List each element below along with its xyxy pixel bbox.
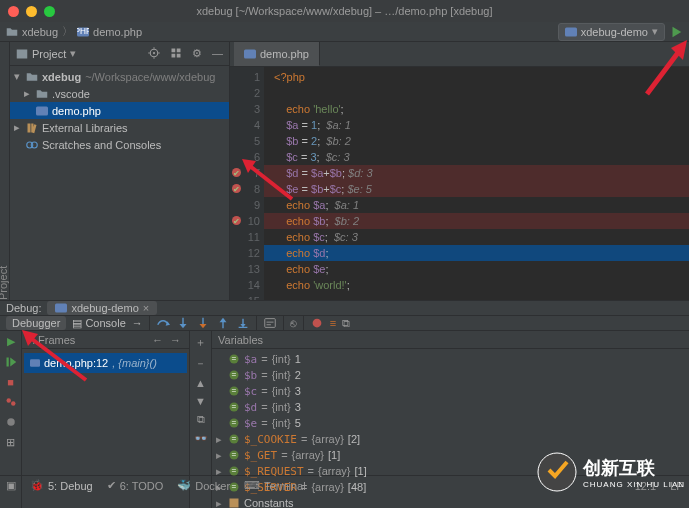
variable-row[interactable]: ▸= $_COOKIE = {array} [2] (212, 431, 689, 447)
todo-icon: ✔ (107, 479, 116, 492)
run-button[interactable] (669, 25, 683, 39)
tree-root-label: xdebug (42, 71, 81, 83)
show-execution-point-icon[interactable]: ≡ (330, 317, 336, 329)
debugger-tab[interactable]: Debugger (6, 316, 66, 330)
variable-row[interactable]: ▸ Constants (212, 495, 689, 508)
editor-code[interactable]: <?php echo 'hello'; $a = 1; $a: 1 $b = 2… (264, 67, 689, 300)
mute-breakpoints-icon[interactable] (310, 316, 324, 330)
evaluate-expression-icon[interactable] (263, 316, 277, 330)
gear-icon[interactable]: ⚙ (192, 47, 202, 60)
project-tree[interactable]: ▾ xdebug ~/Workspace/www/xdebug ▸ .vscod… (10, 66, 229, 155)
step-over-icon[interactable] (156, 316, 170, 330)
stack-frame[interactable]: demo.php:12, {main}() (24, 353, 187, 373)
stop-icon[interactable]: ■ (7, 376, 14, 388)
svg-rect-10 (55, 304, 67, 313)
php-file-icon (565, 26, 577, 38)
step-into-icon[interactable] (176, 316, 190, 330)
run-configuration-select[interactable]: xdebug-demo ▾ (558, 23, 665, 41)
variable-row[interactable]: = $e = {int} 5 (212, 415, 689, 431)
console-icon: ▤ (72, 317, 85, 329)
php-file-icon (55, 302, 67, 314)
stack-frame-func: , {main}() (112, 357, 157, 369)
variable-row[interactable]: = $b = {int} 2 (212, 367, 689, 383)
tree-scratches-label: Scratches and Consoles (42, 139, 161, 151)
variable-row[interactable]: = $d = {int} 3 (212, 399, 689, 415)
php-file-icon (244, 48, 256, 60)
remove-watch-icon[interactable]: － (195, 356, 206, 371)
mute-breakpoints-icon[interactable] (5, 416, 17, 428)
watermark-logo-icon (537, 452, 577, 492)
trace-icon[interactable]: ⎋ (290, 317, 297, 329)
project-tool-icon (16, 48, 28, 60)
svg-text:=: = (232, 434, 237, 443)
scratch-icon (26, 139, 38, 151)
docker-icon: 🐳 (177, 479, 191, 492)
tool-windows-icon[interactable]: ▣ (6, 479, 16, 492)
frames-title: Frames (38, 334, 75, 346)
chevron-right-icon[interactable]: ▸ (24, 87, 32, 100)
svg-rect-13 (6, 358, 8, 367)
resume-icon[interactable] (5, 356, 17, 368)
step-out-icon[interactable] (216, 316, 230, 330)
project-tool-title: Project (32, 48, 66, 60)
rerun-icon[interactable]: ▶ (7, 335, 15, 348)
console-tab[interactable]: ▤ Console (72, 317, 125, 330)
chevron-down-icon[interactable]: ▾ (70, 47, 76, 60)
variable-row[interactable]: = $a = {int} 1 (212, 351, 689, 367)
run-toolbar: xdebug-demo ▾ (558, 23, 683, 41)
library-icon (26, 122, 38, 134)
force-step-into-icon[interactable] (196, 316, 210, 330)
tree-scratches[interactable]: Scratches and Consoles (10, 136, 229, 153)
layout-icon[interactable]: ⊞ (6, 436, 15, 449)
status-todo-button[interactable]: ✔6: TODO (107, 479, 164, 492)
debug-title: Debug: (6, 302, 41, 314)
project-tool-button[interactable]: Project (0, 50, 9, 300)
hide-icon[interactable]: — (212, 47, 223, 60)
editor-tab-label: demo.php (260, 48, 309, 60)
tree-folder-label: .vscode (52, 88, 90, 100)
down-icon[interactable]: ▼ (195, 395, 206, 407)
chevron-right-icon: 〉 (62, 24, 73, 39)
expand-all-icon[interactable] (170, 47, 182, 60)
more-tool-icon[interactable]: → (132, 317, 143, 329)
prev-next-frame-icons[interactable]: ← → (152, 334, 183, 346)
php-file-icon (36, 105, 48, 117)
window-title: xdebug [~/Workspace/www/xdebug] – …/demo… (0, 5, 689, 17)
svg-text:=: = (232, 370, 237, 379)
run-to-cursor-icon[interactable] (236, 316, 250, 330)
watermark-line1: 创新互联 (583, 456, 685, 480)
chevron-right-icon[interactable]: ▸ (14, 121, 22, 134)
project-tool-header: Project ▾ ⚙ — (10, 42, 229, 66)
locate-icon[interactable] (148, 47, 160, 60)
copy-icon[interactable]: ⧉ (197, 413, 205, 426)
close-icon[interactable]: × (143, 302, 149, 314)
status-debug-button[interactable]: 🐞5: Debug (30, 479, 93, 492)
svg-point-15 (11, 401, 16, 406)
debug-session-tab[interactable]: xdebug-demo × (47, 301, 157, 315)
window-titlebar: xdebug [~/Workspace/www/xdebug] – …/demo… (0, 0, 689, 22)
variables-header: Variables (212, 331, 689, 349)
editor-tab[interactable]: demo.php (234, 42, 320, 66)
breadcrumb-project: xdebug (22, 26, 58, 38)
tree-file[interactable]: demo.php (10, 102, 229, 119)
chevron-down-icon[interactable]: ▾ (14, 70, 22, 83)
up-icon[interactable]: ▲ (195, 377, 206, 389)
navigation-bar: xdebug 〉 PHP demo.php xdebug-demo ▾ (0, 22, 689, 42)
variable-row[interactable]: = $c = {int} 3 (212, 383, 689, 399)
glasses-icon[interactable]: 👓 (194, 432, 208, 445)
settings-icon[interactable]: ⧉ (342, 317, 350, 330)
debug-session-label: xdebug-demo (71, 302, 138, 314)
view-breakpoints-icon[interactable] (5, 396, 17, 408)
debug-toolbar: Debugger ▤ Console → ⎋ ≡ ⧉ (0, 316, 689, 331)
tree-root[interactable]: ▾ xdebug ~/Workspace/www/xdebug (10, 68, 229, 85)
tree-external-libraries[interactable]: ▸ External Libraries (10, 119, 229, 136)
add-watch-icon[interactable]: ＋ (195, 335, 206, 350)
editor-gutter[interactable]: 123456789101112131415 (230, 67, 264, 300)
tree-folder[interactable]: ▸ .vscode (10, 85, 229, 102)
status-terminal-button[interactable]: ⌨Terminal (244, 479, 306, 492)
code-editor[interactable]: 123456789101112131415 <?php echo 'hello'… (230, 66, 689, 300)
status-docker-button[interactable]: 🐳Docker (177, 479, 230, 492)
editor-tabs: demo.php (230, 42, 689, 66)
svg-point-14 (6, 398, 11, 403)
breadcrumb[interactable]: xdebug 〉 PHP demo.php (6, 24, 142, 39)
